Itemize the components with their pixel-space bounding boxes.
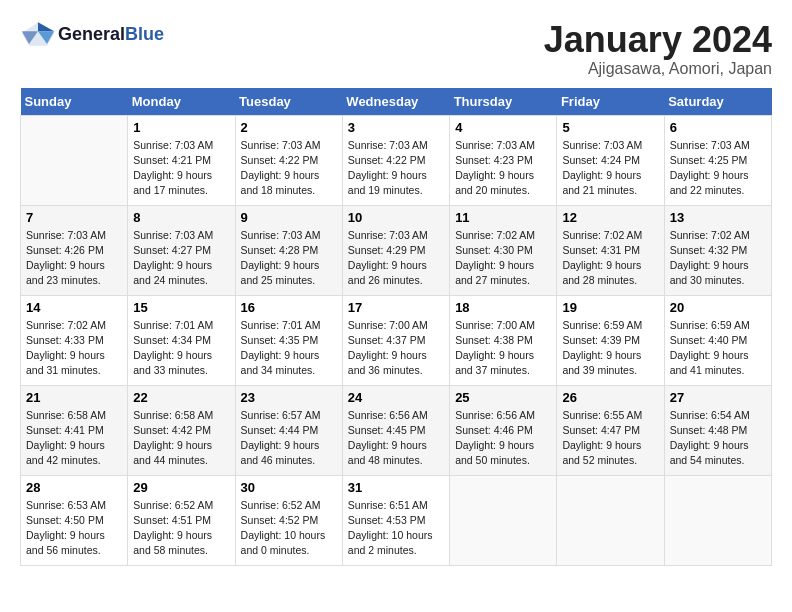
calendar-cell: 10Sunrise: 7:03 AMSunset: 4:29 PMDayligh…: [342, 205, 449, 295]
day-number: 9: [241, 210, 337, 225]
header-sunday: Sunday: [21, 88, 128, 116]
cell-info: Sunrise: 7:03 AMSunset: 4:29 PMDaylight:…: [348, 228, 444, 289]
cell-info: Sunrise: 7:03 AMSunset: 4:26 PMDaylight:…: [26, 228, 122, 289]
day-number: 7: [26, 210, 122, 225]
calendar-cell: 4Sunrise: 7:03 AMSunset: 4:23 PMDaylight…: [450, 115, 557, 205]
day-number: 21: [26, 390, 122, 405]
day-number: 24: [348, 390, 444, 405]
calendar-cell: 19Sunrise: 6:59 AMSunset: 4:39 PMDayligh…: [557, 295, 664, 385]
day-number: 18: [455, 300, 551, 315]
calendar-table: SundayMondayTuesdayWednesdayThursdayFrid…: [20, 88, 772, 566]
day-number: 14: [26, 300, 122, 315]
calendar-week-row: 1Sunrise: 7:03 AMSunset: 4:21 PMDaylight…: [21, 115, 772, 205]
calendar-cell: 25Sunrise: 6:56 AMSunset: 4:46 PMDayligh…: [450, 385, 557, 475]
calendar-cell: 6Sunrise: 7:03 AMSunset: 4:25 PMDaylight…: [664, 115, 771, 205]
calendar-cell: [450, 475, 557, 565]
header-thursday: Thursday: [450, 88, 557, 116]
cell-info: Sunrise: 7:02 AMSunset: 4:31 PMDaylight:…: [562, 228, 658, 289]
day-number: 19: [562, 300, 658, 315]
cell-info: Sunrise: 7:00 AMSunset: 4:37 PMDaylight:…: [348, 318, 444, 379]
cell-info: Sunrise: 7:01 AMSunset: 4:35 PMDaylight:…: [241, 318, 337, 379]
calendar-cell: 18Sunrise: 7:00 AMSunset: 4:38 PMDayligh…: [450, 295, 557, 385]
svg-marker-1: [38, 22, 54, 31]
cell-info: Sunrise: 6:52 AMSunset: 4:51 PMDaylight:…: [133, 498, 229, 559]
cell-info: Sunrise: 6:58 AMSunset: 4:42 PMDaylight:…: [133, 408, 229, 469]
cell-info: Sunrise: 7:02 AMSunset: 4:32 PMDaylight:…: [670, 228, 766, 289]
header-tuesday: Tuesday: [235, 88, 342, 116]
day-number: 31: [348, 480, 444, 495]
day-number: 27: [670, 390, 766, 405]
calendar-cell: 20Sunrise: 6:59 AMSunset: 4:40 PMDayligh…: [664, 295, 771, 385]
day-number: 20: [670, 300, 766, 315]
calendar-cell: 21Sunrise: 6:58 AMSunset: 4:41 PMDayligh…: [21, 385, 128, 475]
calendar-cell: 8Sunrise: 7:03 AMSunset: 4:27 PMDaylight…: [128, 205, 235, 295]
day-number: 6: [670, 120, 766, 135]
logo-text: GeneralBlue: [58, 24, 164, 45]
calendar-cell: [21, 115, 128, 205]
cell-info: Sunrise: 6:58 AMSunset: 4:41 PMDaylight:…: [26, 408, 122, 469]
calendar-cell: 2Sunrise: 7:03 AMSunset: 4:22 PMDaylight…: [235, 115, 342, 205]
header-saturday: Saturday: [664, 88, 771, 116]
day-number: 25: [455, 390, 551, 405]
cell-info: Sunrise: 6:57 AMSunset: 4:44 PMDaylight:…: [241, 408, 337, 469]
calendar-cell: 29Sunrise: 6:52 AMSunset: 4:51 PMDayligh…: [128, 475, 235, 565]
header-wednesday: Wednesday: [342, 88, 449, 116]
calendar-week-row: 28Sunrise: 6:53 AMSunset: 4:50 PMDayligh…: [21, 475, 772, 565]
calendar-cell: 27Sunrise: 6:54 AMSunset: 4:48 PMDayligh…: [664, 385, 771, 475]
cell-info: Sunrise: 7:03 AMSunset: 4:22 PMDaylight:…: [348, 138, 444, 199]
cell-info: Sunrise: 6:51 AMSunset: 4:53 PMDaylight:…: [348, 498, 444, 559]
calendar-cell: [664, 475, 771, 565]
calendar-cell: 28Sunrise: 6:53 AMSunset: 4:50 PMDayligh…: [21, 475, 128, 565]
cell-info: Sunrise: 6:56 AMSunset: 4:46 PMDaylight:…: [455, 408, 551, 469]
logo: GeneralBlue: [20, 20, 164, 48]
day-number: 29: [133, 480, 229, 495]
day-number: 11: [455, 210, 551, 225]
calendar-header-row: SundayMondayTuesdayWednesdayThursdayFrid…: [21, 88, 772, 116]
day-number: 13: [670, 210, 766, 225]
day-number: 5: [562, 120, 658, 135]
header-friday: Friday: [557, 88, 664, 116]
calendar-cell: 22Sunrise: 6:58 AMSunset: 4:42 PMDayligh…: [128, 385, 235, 475]
cell-info: Sunrise: 6:54 AMSunset: 4:48 PMDaylight:…: [670, 408, 766, 469]
cell-info: Sunrise: 7:02 AMSunset: 4:30 PMDaylight:…: [455, 228, 551, 289]
calendar-cell: 16Sunrise: 7:01 AMSunset: 4:35 PMDayligh…: [235, 295, 342, 385]
day-number: 2: [241, 120, 337, 135]
day-number: 10: [348, 210, 444, 225]
cell-info: Sunrise: 6:59 AMSunset: 4:39 PMDaylight:…: [562, 318, 658, 379]
day-number: 4: [455, 120, 551, 135]
cell-info: Sunrise: 7:03 AMSunset: 4:23 PMDaylight:…: [455, 138, 551, 199]
calendar-cell: 11Sunrise: 7:02 AMSunset: 4:30 PMDayligh…: [450, 205, 557, 295]
calendar-cell: 12Sunrise: 7:02 AMSunset: 4:31 PMDayligh…: [557, 205, 664, 295]
calendar-cell: 14Sunrise: 7:02 AMSunset: 4:33 PMDayligh…: [21, 295, 128, 385]
location-title: Ajigasawa, Aomori, Japan: [544, 60, 772, 78]
cell-info: Sunrise: 7:03 AMSunset: 4:21 PMDaylight:…: [133, 138, 229, 199]
calendar-cell: [557, 475, 664, 565]
day-number: 23: [241, 390, 337, 405]
calendar-week-row: 21Sunrise: 6:58 AMSunset: 4:41 PMDayligh…: [21, 385, 772, 475]
cell-info: Sunrise: 6:53 AMSunset: 4:50 PMDaylight:…: [26, 498, 122, 559]
calendar-cell: 5Sunrise: 7:03 AMSunset: 4:24 PMDaylight…: [557, 115, 664, 205]
calendar-week-row: 14Sunrise: 7:02 AMSunset: 4:33 PMDayligh…: [21, 295, 772, 385]
calendar-cell: 23Sunrise: 6:57 AMSunset: 4:44 PMDayligh…: [235, 385, 342, 475]
day-number: 30: [241, 480, 337, 495]
day-number: 22: [133, 390, 229, 405]
calendar-cell: 30Sunrise: 6:52 AMSunset: 4:52 PMDayligh…: [235, 475, 342, 565]
title-area: January 2024 Ajigasawa, Aomori, Japan: [544, 20, 772, 78]
calendar-cell: 26Sunrise: 6:55 AMSunset: 4:47 PMDayligh…: [557, 385, 664, 475]
cell-info: Sunrise: 6:59 AMSunset: 4:40 PMDaylight:…: [670, 318, 766, 379]
cell-info: Sunrise: 7:03 AMSunset: 4:25 PMDaylight:…: [670, 138, 766, 199]
day-number: 15: [133, 300, 229, 315]
cell-info: Sunrise: 6:52 AMSunset: 4:52 PMDaylight:…: [241, 498, 337, 559]
calendar-cell: 17Sunrise: 7:00 AMSunset: 4:37 PMDayligh…: [342, 295, 449, 385]
day-number: 28: [26, 480, 122, 495]
cell-info: Sunrise: 7:03 AMSunset: 4:27 PMDaylight:…: [133, 228, 229, 289]
calendar-cell: 3Sunrise: 7:03 AMSunset: 4:22 PMDaylight…: [342, 115, 449, 205]
day-number: 8: [133, 210, 229, 225]
cell-info: Sunrise: 7:01 AMSunset: 4:34 PMDaylight:…: [133, 318, 229, 379]
calendar-cell: 13Sunrise: 7:02 AMSunset: 4:32 PMDayligh…: [664, 205, 771, 295]
day-number: 26: [562, 390, 658, 405]
cell-info: Sunrise: 7:03 AMSunset: 4:28 PMDaylight:…: [241, 228, 337, 289]
cell-info: Sunrise: 7:02 AMSunset: 4:33 PMDaylight:…: [26, 318, 122, 379]
calendar-cell: 7Sunrise: 7:03 AMSunset: 4:26 PMDaylight…: [21, 205, 128, 295]
day-number: 16: [241, 300, 337, 315]
